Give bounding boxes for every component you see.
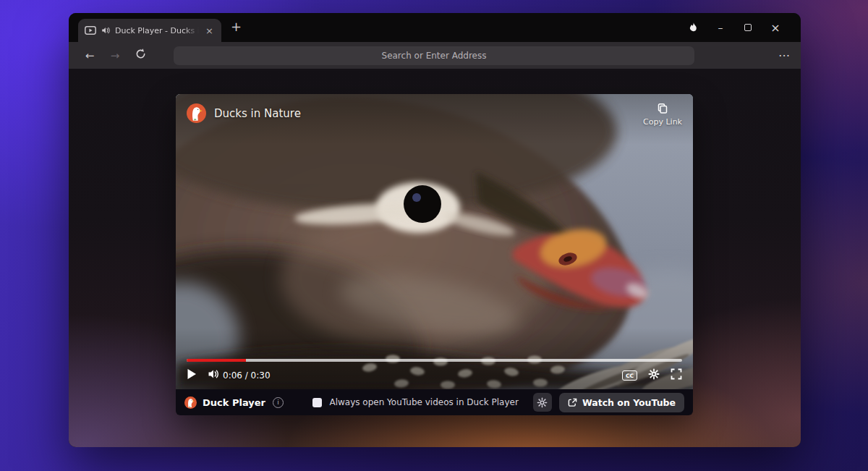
- desktop: { "titlebar": { "tab_title": "Duck Playe…: [0, 0, 868, 471]
- duck-player-card: Ducks in Nature Copy Link: [176, 94, 693, 415]
- controls-row: 0:06 / 0:30 CC: [187, 368, 682, 383]
- page-content: Ducks in Nature Copy Link: [69, 69, 801, 447]
- watch-on-youtube-label: Watch on YouTube: [582, 397, 676, 408]
- video-header: Ducks in Nature: [187, 103, 301, 123]
- nav-buttons: ← →: [80, 42, 150, 69]
- fire-button[interactable]: [679, 22, 707, 34]
- window-controls: – ×: [679, 13, 789, 42]
- volume-icon: [208, 368, 220, 380]
- duck-player-tab-icon: [85, 26, 96, 35]
- progress-fill: [187, 359, 246, 362]
- video-controls: 0:06 / 0:30 CC: [176, 359, 693, 389]
- watch-on-youtube-button[interactable]: Watch on YouTube: [559, 393, 684, 412]
- play-icon: [187, 368, 197, 380]
- address-bar[interactable]: [174, 46, 694, 65]
- video-surface[interactable]: Ducks in Nature Copy Link: [176, 94, 693, 389]
- fullscreen-button[interactable]: [671, 368, 682, 383]
- titlebar: Duck Player - Ducks in Nature × + – ×: [69, 13, 801, 42]
- reload-icon: [135, 48, 147, 60]
- duck-player-brand: Duck Player: [203, 397, 265, 408]
- reload-button[interactable]: [131, 48, 150, 63]
- close-icon: ×: [770, 21, 780, 35]
- tab-title: Duck Player - Ducks in Nature: [115, 26, 199, 35]
- duck-player-logo: [184, 396, 197, 409]
- address-input[interactable]: [174, 46, 694, 65]
- time-display: 0:06 / 0:30: [223, 370, 271, 381]
- always-open-checkbox[interactable]: [312, 398, 322, 407]
- navigation-toolbar: ← → ⋯: [69, 42, 801, 69]
- copy-link-button[interactable]: Copy Link: [643, 102, 682, 127]
- gear-icon: [537, 397, 548, 408]
- duck-player-bar: Duck Player i Always open YouTube videos…: [176, 389, 693, 415]
- browser-menu-button[interactable]: ⋯: [778, 42, 791, 69]
- gear-icon: [648, 368, 660, 380]
- tab-close-button[interactable]: ×: [204, 25, 215, 36]
- progress-bar[interactable]: [187, 359, 682, 362]
- info-icon[interactable]: i: [273, 397, 284, 408]
- minimize-icon: –: [718, 22, 723, 33]
- forward-button: →: [106, 49, 124, 62]
- captions-icon: CC: [622, 370, 637, 381]
- minimize-button[interactable]: –: [707, 22, 734, 33]
- video-frame-art: [176, 94, 693, 389]
- fire-icon: [688, 22, 699, 34]
- duck-player-settings-button[interactable]: [533, 393, 552, 412]
- duckduckgo-logo: [187, 103, 206, 123]
- tab-duck-player[interactable]: Duck Player - Ducks in Nature ×: [78, 19, 221, 42]
- fullscreen-icon: [671, 368, 682, 380]
- new-tab-button[interactable]: +: [228, 19, 244, 35]
- volume-button[interactable]: [208, 368, 220, 383]
- captions-button[interactable]: CC: [622, 370, 637, 381]
- maximize-icon: [744, 24, 752, 31]
- video-title: Ducks in Nature: [214, 107, 301, 120]
- copy-icon: [656, 102, 669, 115]
- back-button[interactable]: ←: [80, 49, 99, 62]
- browser-window: Duck Player - Ducks in Nature × + – × ← …: [69, 13, 801, 447]
- external-link-icon: [568, 398, 577, 407]
- window-close-button[interactable]: ×: [762, 21, 789, 35]
- maximize-button[interactable]: [734, 24, 762, 31]
- copy-link-label: Copy Link: [643, 117, 682, 127]
- player-settings-button[interactable]: [648, 368, 660, 383]
- tab-audio-icon: [101, 26, 110, 35]
- play-button[interactable]: [187, 368, 197, 383]
- always-open-label[interactable]: Always open YouTube videos in Duck Playe…: [329, 397, 518, 407]
